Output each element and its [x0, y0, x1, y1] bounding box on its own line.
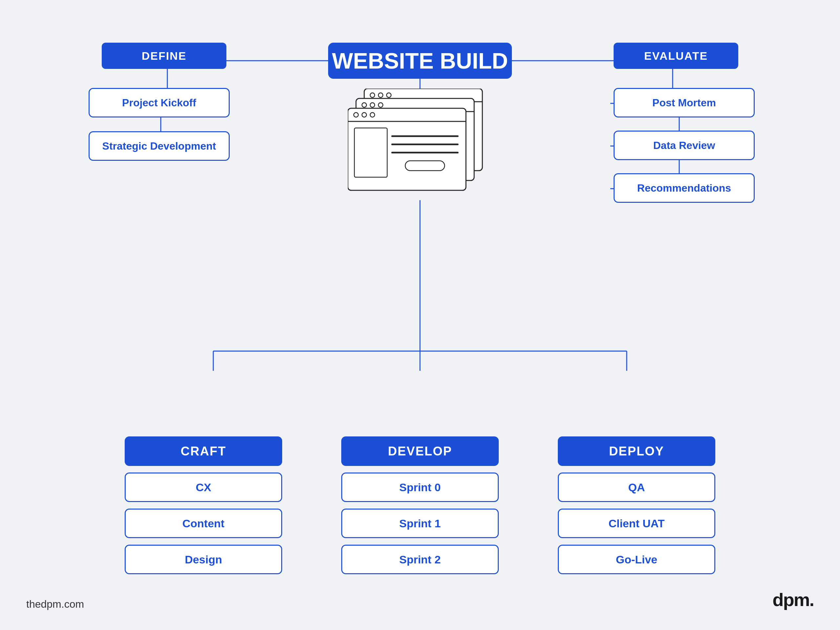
deploy-column: DEPLOY QA Client UAT Go-Live: [558, 436, 715, 574]
evaluate-item-3: Recommendations: [614, 173, 755, 203]
browser-illustration: [348, 88, 492, 200]
svg-rect-29: [348, 108, 466, 190]
diagram: Website Build DEFINE Project Kickoff Str…: [59, 36, 781, 594]
craft-header: CRAFT: [125, 436, 282, 466]
craft-item-3: Design: [125, 545, 282, 574]
define-item-2: Strategic Development: [88, 131, 230, 161]
craft-column: CRAFT CX Content Design: [125, 436, 282, 574]
watermark-left: thedpm.com: [26, 598, 84, 610]
develop-item-2: Sprint 1: [341, 508, 499, 538]
develop-header: DEVELOP: [341, 436, 499, 466]
develop-item-1: Sprint 0: [341, 472, 499, 502]
define-item-1: Project Kickoff: [88, 88, 230, 117]
craft-item-1: CX: [125, 472, 282, 502]
deploy-header: DEPLOY: [558, 436, 715, 466]
deploy-item-2: Client UAT: [558, 508, 715, 538]
deploy-item-1: QA: [558, 472, 715, 502]
center-title: Website Build: [328, 43, 512, 79]
evaluate-header: EVALUATE: [614, 43, 738, 69]
define-header: DEFINE: [102, 43, 226, 69]
develop-item-3: Sprint 2: [341, 545, 499, 574]
develop-column: DEVELOP Sprint 0 Sprint 1 Sprint 2: [341, 436, 499, 574]
evaluate-item-2: Data Review: [614, 131, 755, 160]
deploy-item-3: Go-Live: [558, 545, 715, 574]
watermark-right: dpm.: [772, 589, 814, 610]
evaluate-item-1: Post Mortem: [614, 88, 755, 117]
craft-item-2: Content: [125, 508, 282, 538]
